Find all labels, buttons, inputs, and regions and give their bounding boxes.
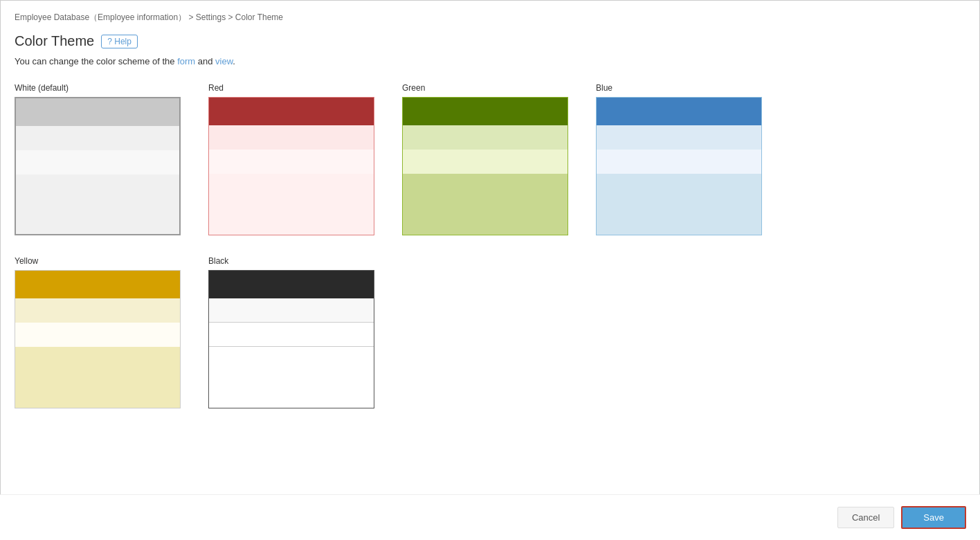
theme-yellow-label: Yellow xyxy=(15,256,181,266)
theme-black-card[interactable] xyxy=(208,270,374,408)
page-title: Color Theme xyxy=(15,33,94,49)
theme-blue-card[interactable] xyxy=(596,97,762,235)
bottom-bar: Cancel Save xyxy=(0,494,980,540)
theme-red-label: Red xyxy=(208,83,374,93)
help-button[interactable]: ? Help xyxy=(101,35,138,48)
theme-red-card[interactable] xyxy=(208,97,374,235)
theme-black-item: Black xyxy=(208,256,374,408)
theme-yellow-item: Yellow xyxy=(15,256,181,408)
theme-blue-label: Blue xyxy=(596,83,762,93)
themes-grid: White (default) Red Green xyxy=(15,83,965,408)
theme-green-label: Green xyxy=(402,83,568,93)
theme-blue-item: Blue xyxy=(596,83,762,235)
cancel-button[interactable]: Cancel xyxy=(837,507,894,528)
theme-red-item: Red xyxy=(208,83,374,235)
theme-white-item: White (default) xyxy=(15,83,181,235)
theme-black-label: Black xyxy=(208,256,374,266)
page-description: You can change the color scheme of the f… xyxy=(15,56,965,66)
breadcrumb: Employee Database（Employee information） … xyxy=(15,12,965,24)
theme-green-card[interactable] xyxy=(402,97,568,235)
theme-green-item: Green xyxy=(402,83,568,235)
theme-white-card[interactable] xyxy=(15,97,181,235)
save-button[interactable]: Save xyxy=(901,506,966,529)
view-link[interactable]: view xyxy=(215,56,233,66)
theme-white-label: White (default) xyxy=(15,83,181,93)
theme-yellow-card[interactable] xyxy=(15,270,181,408)
form-link[interactable]: form xyxy=(177,56,195,66)
